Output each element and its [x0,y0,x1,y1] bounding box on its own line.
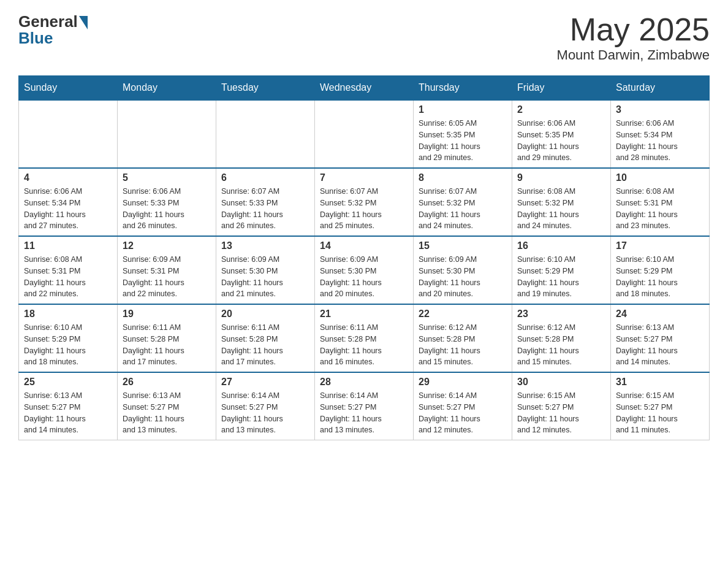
day-info: Sunrise: 6:10 AMSunset: 5:29 PMDaylight:… [517,254,605,300]
day-info: Sunrise: 6:09 AMSunset: 5:31 PMDaylight:… [123,254,211,300]
day-number: 14 [320,240,408,251]
day-number: 24 [616,308,704,320]
calendar-cell: 28Sunrise: 6:14 AMSunset: 5:27 PMDayligh… [315,372,414,440]
calendar-week-row: 18Sunrise: 6:10 AMSunset: 5:29 PMDayligh… [19,304,710,372]
calendar-cell: 30Sunrise: 6:15 AMSunset: 5:27 PMDayligh… [512,372,611,440]
day-number: 17 [616,240,704,251]
day-info: Sunrise: 6:15 AMSunset: 5:27 PMDaylight:… [616,390,704,436]
day-info: Sunrise: 6:09 AMSunset: 5:30 PMDaylight:… [320,254,408,300]
calendar-cell: 26Sunrise: 6:13 AMSunset: 5:27 PMDayligh… [118,372,216,440]
day-number: 18 [24,308,112,320]
calendar-cell: 1Sunrise: 6:05 AMSunset: 5:35 PMDaylight… [414,100,512,168]
day-number: 13 [221,240,309,251]
calendar-cell: 24Sunrise: 6:13 AMSunset: 5:27 PMDayligh… [611,304,710,372]
day-info: Sunrise: 6:06 AMSunset: 5:34 PMDaylight:… [616,118,704,164]
day-info: Sunrise: 6:13 AMSunset: 5:27 PMDaylight:… [24,390,112,436]
calendar-cell: 20Sunrise: 6:11 AMSunset: 5:28 PMDayligh… [216,304,315,372]
day-info: Sunrise: 6:11 AMSunset: 5:28 PMDaylight:… [123,322,211,368]
day-number: 20 [221,308,309,320]
day-number: 15 [419,240,507,251]
calendar-cell: 31Sunrise: 6:15 AMSunset: 5:27 PMDayligh… [611,372,710,440]
calendar-cell [19,100,118,168]
calendar-week-row: 11Sunrise: 6:08 AMSunset: 5:31 PMDayligh… [19,236,710,304]
calendar-cell: 17Sunrise: 6:10 AMSunset: 5:29 PMDayligh… [611,236,710,304]
calendar-cell: 8Sunrise: 6:07 AMSunset: 5:32 PMDaylight… [414,168,512,236]
day-info: Sunrise: 6:10 AMSunset: 5:29 PMDaylight:… [616,254,704,300]
day-info: Sunrise: 6:07 AMSunset: 5:33 PMDaylight:… [221,186,309,232]
day-info: Sunrise: 6:06 AMSunset: 5:33 PMDaylight:… [123,186,211,232]
day-number: 9 [517,172,605,183]
calendar-cell: 19Sunrise: 6:11 AMSunset: 5:28 PMDayligh… [118,304,216,372]
day-info: Sunrise: 6:14 AMSunset: 5:27 PMDaylight:… [320,390,408,436]
day-number: 16 [517,240,605,251]
day-info: Sunrise: 6:14 AMSunset: 5:27 PMDaylight:… [221,390,309,436]
calendar-cell: 29Sunrise: 6:14 AMSunset: 5:27 PMDayligh… [414,372,512,440]
calendar-cell: 3Sunrise: 6:06 AMSunset: 5:34 PMDaylight… [611,100,710,168]
calendar-cell: 6Sunrise: 6:07 AMSunset: 5:33 PMDaylight… [216,168,315,236]
calendar-cell: 13Sunrise: 6:09 AMSunset: 5:30 PMDayligh… [216,236,315,304]
logo-triangle-icon [79,16,88,29]
day-number: 2 [517,104,605,115]
calendar-cell: 22Sunrise: 6:12 AMSunset: 5:28 PMDayligh… [414,304,512,372]
col-header-tuesday: Tuesday [216,76,315,101]
day-number: 29 [419,377,507,388]
calendar-cell: 14Sunrise: 6:09 AMSunset: 5:30 PMDayligh… [315,236,414,304]
logo: General Blue [18,12,88,48]
col-header-friday: Friday [512,76,611,101]
calendar-cell: 27Sunrise: 6:14 AMSunset: 5:27 PMDayligh… [216,372,315,440]
day-info: Sunrise: 6:06 AMSunset: 5:34 PMDaylight:… [24,186,112,232]
day-number: 6 [221,172,309,183]
calendar-cell: 7Sunrise: 6:07 AMSunset: 5:32 PMDaylight… [315,168,414,236]
calendar-cell: 4Sunrise: 6:06 AMSunset: 5:34 PMDaylight… [19,168,118,236]
day-number: 27 [221,377,309,388]
calendar-cell [216,100,315,168]
location-subtitle: Mount Darwin, Zimbabwe [557,47,710,63]
calendar-cell: 5Sunrise: 6:06 AMSunset: 5:33 PMDaylight… [118,168,216,236]
day-number: 11 [24,240,112,251]
day-info: Sunrise: 6:14 AMSunset: 5:27 PMDaylight:… [419,390,507,436]
day-number: 22 [419,308,507,320]
calendar-cell: 2Sunrise: 6:06 AMSunset: 5:35 PMDaylight… [512,100,611,168]
calendar-cell: 9Sunrise: 6:08 AMSunset: 5:32 PMDaylight… [512,168,611,236]
day-number: 31 [616,377,704,388]
col-header-thursday: Thursday [414,76,512,101]
calendar-cell: 16Sunrise: 6:10 AMSunset: 5:29 PMDayligh… [512,236,611,304]
day-info: Sunrise: 6:08 AMSunset: 5:32 PMDaylight:… [517,186,605,232]
calendar-cell: 11Sunrise: 6:08 AMSunset: 5:31 PMDayligh… [19,236,118,304]
day-number: 4 [24,172,112,183]
day-number: 1 [419,104,507,115]
day-number: 5 [123,172,211,183]
day-info: Sunrise: 6:09 AMSunset: 5:30 PMDaylight:… [419,254,507,300]
day-number: 28 [320,377,408,388]
logo-blue-text: Blue [18,29,53,48]
day-info: Sunrise: 6:06 AMSunset: 5:35 PMDaylight:… [517,118,605,164]
day-info: Sunrise: 6:11 AMSunset: 5:28 PMDaylight:… [221,322,309,368]
day-number: 21 [320,308,408,320]
title-section: May 2025 Mount Darwin, Zimbabwe [557,12,710,63]
page-header: General Blue May 2025 Mount Darwin, Zimb… [18,12,710,63]
col-header-monday: Monday [118,76,216,101]
day-number: 12 [123,240,211,251]
day-number: 26 [123,377,211,388]
calendar-week-row: 1Sunrise: 6:05 AMSunset: 5:35 PMDaylight… [19,100,710,168]
day-number: 10 [616,172,704,183]
calendar-cell [315,100,414,168]
day-number: 19 [123,308,211,320]
calendar-week-row: 25Sunrise: 6:13 AMSunset: 5:27 PMDayligh… [19,372,710,440]
calendar-header-row: SundayMondayTuesdayWednesdayThursdayFrid… [19,76,710,101]
calendar-cell: 10Sunrise: 6:08 AMSunset: 5:31 PMDayligh… [611,168,710,236]
day-number: 30 [517,377,605,388]
day-number: 25 [24,377,112,388]
day-info: Sunrise: 6:05 AMSunset: 5:35 PMDaylight:… [419,118,507,164]
day-info: Sunrise: 6:07 AMSunset: 5:32 PMDaylight:… [419,186,507,232]
calendar-cell [118,100,216,168]
col-header-wednesday: Wednesday [315,76,414,101]
calendar-week-row: 4Sunrise: 6:06 AMSunset: 5:34 PMDaylight… [19,168,710,236]
col-header-sunday: Sunday [19,76,118,101]
calendar-cell: 15Sunrise: 6:09 AMSunset: 5:30 PMDayligh… [414,236,512,304]
day-number: 23 [517,308,605,320]
day-info: Sunrise: 6:12 AMSunset: 5:28 PMDaylight:… [517,322,605,368]
calendar-table: SundayMondayTuesdayWednesdayThursdayFrid… [18,75,710,440]
main-title: May 2025 [557,12,710,47]
col-header-saturday: Saturday [611,76,710,101]
